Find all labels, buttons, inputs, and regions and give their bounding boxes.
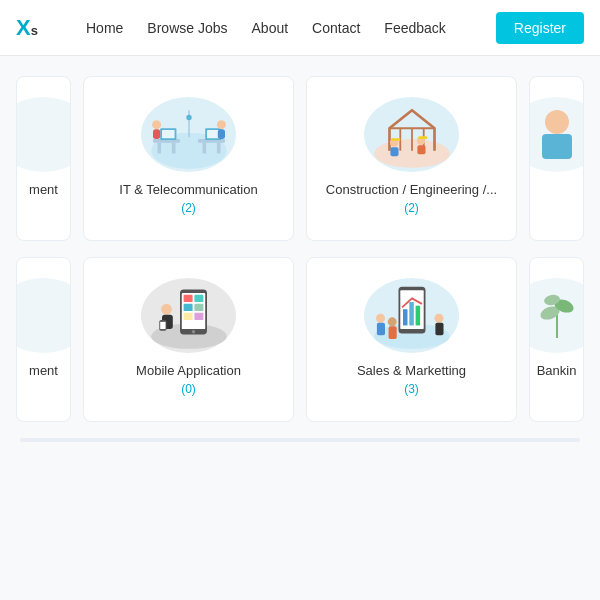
svg-rect-55 — [388, 326, 396, 339]
svg-rect-25 — [390, 147, 398, 156]
banking-partial-icon — [532, 278, 582, 353]
svg-point-7 — [152, 120, 161, 129]
construction-illustration — [367, 100, 457, 170]
construction-card-image — [364, 97, 459, 172]
svg-rect-31 — [542, 134, 572, 159]
category-row-1: ment — [10, 76, 590, 241]
svg-rect-2 — [157, 142, 161, 153]
partial-card-left-1: ment — [16, 76, 71, 241]
svg-rect-37 — [183, 303, 192, 310]
mobile-illustration — [144, 281, 234, 351]
category-card-construction[interactable]: Construction / Engineering /... (2) — [306, 76, 517, 241]
construction-card-title: Construction / Engineering /... — [326, 182, 497, 197]
partial-title-1: ment — [29, 182, 58, 197]
logo: Xs — [16, 15, 66, 41]
it-card-title: IT & Telecommunication — [119, 182, 257, 197]
sales-card-count: (3) — [404, 382, 419, 396]
mobile-card-count: (0) — [181, 382, 196, 396]
svg-rect-38 — [194, 303, 203, 310]
svg-point-54 — [387, 317, 396, 326]
svg-point-56 — [434, 313, 443, 322]
partial-image-1 — [16, 97, 71, 172]
svg-rect-28 — [417, 145, 425, 154]
svg-rect-26 — [391, 138, 400, 141]
nav-contact[interactable]: Contact — [312, 20, 360, 36]
svg-point-52 — [376, 313, 385, 322]
nav-feedback[interactable]: Feedback — [384, 20, 445, 36]
svg-rect-5 — [162, 130, 175, 138]
footer-divider — [20, 438, 580, 442]
svg-rect-6 — [166, 139, 170, 142]
svg-rect-53 — [376, 322, 384, 335]
category-row-2: ment — [10, 257, 590, 422]
svg-rect-45 — [160, 321, 165, 328]
partial-title-2: ment — [29, 363, 58, 378]
svg-rect-57 — [435, 322, 443, 335]
main-content: ment — [0, 56, 600, 600]
it-card-image — [141, 97, 236, 172]
it-card-count: (2) — [181, 201, 196, 215]
svg-rect-35 — [183, 294, 192, 301]
banking-partial-label: Bankin — [537, 363, 577, 378]
svg-rect-8 — [153, 129, 160, 139]
mobile-card-image — [141, 278, 236, 353]
svg-rect-14 — [211, 139, 215, 142]
category-card-mobile[interactable]: Mobile Application (0) — [83, 257, 294, 422]
svg-point-30 — [545, 110, 569, 134]
sales-card-image — [364, 278, 459, 353]
svg-point-42 — [161, 303, 172, 314]
nav-browse-jobs[interactable]: Browse Jobs — [147, 20, 227, 36]
navbar: Xs Home Browse Jobs About Contact Feedba… — [0, 0, 600, 56]
category-card-it[interactable]: IT & Telecommunication (2) — [83, 76, 294, 241]
it-illustration — [144, 100, 234, 170]
partial-right-image-1 — [529, 97, 584, 172]
sales-illustration — [367, 281, 457, 351]
svg-rect-16 — [217, 129, 224, 139]
svg-rect-40 — [194, 312, 203, 319]
nav-links: Home Browse Jobs About Contact Feedback — [86, 20, 496, 36]
svg-rect-13 — [207, 130, 220, 138]
mobile-card-title: Mobile Application — [136, 363, 241, 378]
svg-point-18 — [186, 114, 191, 119]
nav-home[interactable]: Home — [86, 20, 123, 36]
partial-person-icon — [532, 97, 582, 172]
svg-rect-36 — [194, 294, 203, 301]
partial-card-right-1 — [529, 76, 584, 241]
partial-card-right-2: Bankin — [529, 257, 584, 422]
svg-rect-3 — [171, 142, 175, 153]
register-button[interactable]: Register — [496, 12, 584, 44]
svg-rect-29 — [418, 136, 427, 139]
banking-partial-image — [529, 278, 584, 353]
construction-card-count: (2) — [404, 201, 419, 215]
sales-card-title: Sales & Marketting — [357, 363, 466, 378]
svg-rect-10 — [202, 142, 206, 153]
svg-rect-39 — [183, 312, 192, 319]
nav-about[interactable]: About — [252, 20, 289, 36]
category-card-sales[interactable]: Sales & Marketting (3) — [306, 257, 517, 422]
svg-point-41 — [191, 329, 195, 333]
svg-point-15 — [216, 120, 225, 129]
svg-rect-49 — [403, 309, 408, 325]
svg-rect-50 — [409, 302, 414, 325]
svg-rect-51 — [415, 305, 420, 325]
partial-card-left-2: ment — [16, 257, 71, 422]
partial-image-2 — [16, 278, 71, 353]
svg-rect-11 — [216, 142, 220, 153]
